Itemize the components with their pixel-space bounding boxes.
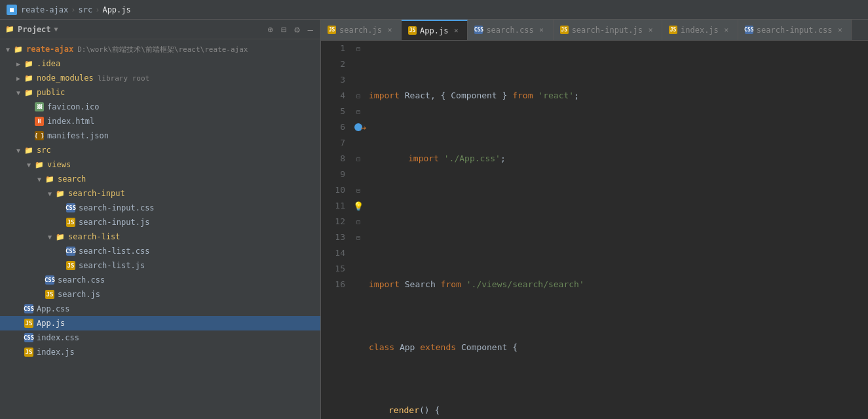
tab-search-js[interactable]: JS search.js ✕ bbox=[321, 20, 402, 41]
tab-label-search-input-css: search-input.css bbox=[757, 26, 833, 35]
folder-icon-views: 📁 bbox=[34, 159, 45, 170]
js-icon-app: JS bbox=[24, 318, 34, 329]
editor-content[interactable]: 1 2 3 4 5 6 7 8 9 10 11 12 13 14 15 16 bbox=[321, 41, 868, 419]
fold-icon-1[interactable]: ⊟ bbox=[356, 45, 360, 52]
editor-tabs: JS search.js ✕ JS App.js ✕ CSS search.cs… bbox=[321, 20, 868, 41]
sidebar-tree[interactable]: ▼ 📁 reate-ajax D:\work\前端技术\前端框架\react\r… bbox=[0, 39, 320, 419]
tab-icon-css-search-input: CSS bbox=[745, 26, 753, 34]
editor-area: JS search.js ✕ JS App.js ✕ CSS search.cs… bbox=[321, 20, 868, 419]
folder-icon-node-modules: 📁 bbox=[24, 73, 34, 83]
tab-icon-js-index: JS bbox=[669, 26, 677, 34]
tree-item-index-js[interactable]: JS index.js bbox=[0, 345, 320, 359]
folder-icon-idea: 📁 bbox=[24, 58, 34, 69]
tree-label-public: public bbox=[37, 88, 65, 97]
tab-close-search-input-js[interactable]: ✕ bbox=[646, 26, 655, 35]
tree-item-index-html[interactable]: H index.html bbox=[0, 114, 320, 129]
tree-item-search-list-css[interactable]: CSS search-list.css bbox=[0, 244, 320, 258]
tree-label-search-list-folder: search-list bbox=[68, 232, 120, 241]
tree-item-manifest[interactable]: { } manifest.json bbox=[0, 129, 320, 143]
project-icon: ■ bbox=[7, 5, 17, 15]
folder-icon: 📁 bbox=[13, 44, 24, 54]
tree-label-root: reate-ajax bbox=[26, 45, 73, 54]
tree-label-search-input-css: search-input.css bbox=[79, 203, 155, 212]
tab-index-js[interactable]: JS index.js ✕ bbox=[662, 20, 738, 41]
tree-arrow-search-input: ▼ bbox=[45, 190, 55, 197]
sidebar-actions: ⊕ ⊟ ⚙ — bbox=[265, 24, 315, 35]
fold-icon-8[interactable]: ⊟ bbox=[356, 155, 360, 163]
tree-arrow-public: ▼ bbox=[13, 89, 24, 96]
fold-icon-13[interactable]: ⊟ bbox=[356, 234, 360, 241]
tree-item-search[interactable]: ▼ 📁 search bbox=[0, 172, 320, 186]
tab-close-index-js[interactable]: ✕ bbox=[722, 26, 731, 35]
js-icon-search-list: JS bbox=[66, 260, 76, 271]
fold-icon-5[interactable]: ⊟ bbox=[356, 108, 360, 115]
code-line-3 bbox=[369, 214, 855, 229]
tree-arrow-src: ▼ bbox=[13, 147, 24, 154]
minimize-button[interactable]: — bbox=[306, 24, 315, 35]
fold-icon-12[interactable]: ⊟ bbox=[356, 218, 360, 226]
tree-item-search-list-js[interactable]: JS search-list.js bbox=[0, 258, 320, 273]
tree-label-index-css: index.css bbox=[37, 333, 79, 342]
breadcrumb-src[interactable]: src bbox=[78, 5, 92, 14]
fold-icon-10[interactable]: ⊟ bbox=[356, 187, 360, 194]
tab-label-search-js: search.js bbox=[339, 26, 382, 35]
tree-item-search-input-folder[interactable]: ▼ 📁 search-input bbox=[0, 186, 320, 201]
tree-item-app-js[interactable]: JS App.js bbox=[0, 316, 320, 330]
tree-item-reate-ajax[interactable]: ▼ 📁 reate-ajax D:\work\前端技术\前端框架\react\r… bbox=[0, 42, 320, 56]
breadcrumb-project[interactable]: reate-ajax bbox=[21, 5, 68, 14]
main-layout: 📁 Project ▼ ⊕ ⊟ ⚙ — ▼ 📁 reate-ajax D:\wo… bbox=[0, 20, 868, 419]
tree-label-search: search bbox=[58, 174, 86, 184]
code-line-6: render () { bbox=[369, 403, 855, 418]
folder-icon-search-list: 📁 bbox=[55, 231, 66, 242]
css-icon-search: CSS bbox=[45, 275, 55, 285]
tree-label-search-js: search.js bbox=[58, 290, 100, 299]
settings-button[interactable]: ⚙ bbox=[292, 24, 301, 35]
sidebar: 📁 Project ▼ ⊕ ⊟ ⚙ — ▼ 📁 reate-ajax D:\wo… bbox=[0, 20, 321, 419]
folder-icon-search: 📁 bbox=[45, 174, 55, 184]
tree-label-app-js: App.js bbox=[37, 319, 65, 328]
tree-item-search-js[interactable]: JS search.js bbox=[0, 287, 320, 302]
tab-search-css[interactable]: CSS search.css ✕ bbox=[468, 20, 553, 41]
tree-item-search-list-folder[interactable]: ▼ 📁 search-list bbox=[0, 229, 320, 244]
sidebar-dropdown-icon[interactable]: ▼ bbox=[54, 26, 58, 33]
fold-icon-4[interactable]: ⊟ bbox=[356, 92, 360, 100]
js-icon-search: JS bbox=[45, 289, 55, 300]
tree-item-search-input-css[interactable]: CSS search-input.css bbox=[0, 201, 320, 215]
tree-item-index-css[interactable]: CSS index.css bbox=[0, 330, 320, 345]
tree-label-app-css: App.css bbox=[37, 304, 70, 313]
tree-label-views: views bbox=[47, 160, 71, 169]
tab-icon-js-app: JS bbox=[408, 26, 417, 35]
tree-item-favicon[interactable]: 🖼 favicon.ico bbox=[0, 100, 320, 114]
tab-close-app-js[interactable]: ✕ bbox=[451, 26, 461, 35]
tree-item-idea[interactable]: ▶ 📁 .idea bbox=[0, 56, 320, 71]
tree-item-public[interactable]: ▼ 📁 public bbox=[0, 85, 320, 100]
tree-label-path: D:\work\前端技术\前端框架\react\reate-ajax bbox=[77, 45, 248, 54]
code-editor[interactable]: import React, { Component } from 'react'… bbox=[366, 41, 868, 419]
tree-item-src[interactable]: ▼ 📁 src bbox=[0, 143, 320, 157]
sidebar-header: 📁 Project ▼ ⊕ ⊟ ⚙ — bbox=[0, 20, 320, 39]
tree-item-search-input-js[interactable]: JS search-input.js bbox=[0, 215, 320, 229]
sidebar-title: Project bbox=[18, 25, 51, 34]
breadcrumb-file[interactable]: App.js bbox=[102, 5, 130, 14]
add-content-button[interactable]: ⊕ bbox=[265, 24, 274, 35]
tree-label-library-root: library root bbox=[98, 74, 149, 83]
tree-item-views[interactable]: ▼ 📁 views bbox=[0, 157, 320, 172]
tree-label-idea: .idea bbox=[37, 59, 60, 68]
tab-app-js[interactable]: JS App.js ✕ bbox=[402, 20, 468, 41]
tab-close-search-css[interactable]: ✕ bbox=[537, 26, 546, 35]
code-line-5: class App extends Component { bbox=[369, 340, 855, 355]
tab-close-search-input-css[interactable]: ✕ bbox=[835, 26, 844, 35]
tab-search-input-js[interactable]: JS search-input.js ✕ bbox=[554, 20, 662, 41]
tree-arrow-views: ▼ bbox=[24, 161, 34, 169]
tree-item-search-css[interactable]: CSS search.css bbox=[0, 273, 320, 287]
bulb-icon-11[interactable]: 💡 bbox=[353, 201, 364, 211]
title-bar: ■ reate-ajax › src › App.js bbox=[0, 0, 868, 20]
tab-search-input-css[interactable]: CSS search-input.css ✕ bbox=[738, 20, 852, 41]
tree-item-app-css[interactable]: CSS App.css bbox=[0, 302, 320, 316]
tree-item-node-modules[interactable]: ▶ 📁 node_modules library root bbox=[0, 71, 320, 85]
folder-icon-src: 📁 bbox=[24, 145, 34, 155]
tab-close-search-js[interactable]: ✕ bbox=[385, 26, 394, 35]
tab-icon-js-search-input: JS bbox=[560, 26, 569, 34]
collapse-button[interactable]: ⊟ bbox=[279, 24, 288, 35]
tree-arrow-idea: ▶ bbox=[13, 60, 24, 68]
